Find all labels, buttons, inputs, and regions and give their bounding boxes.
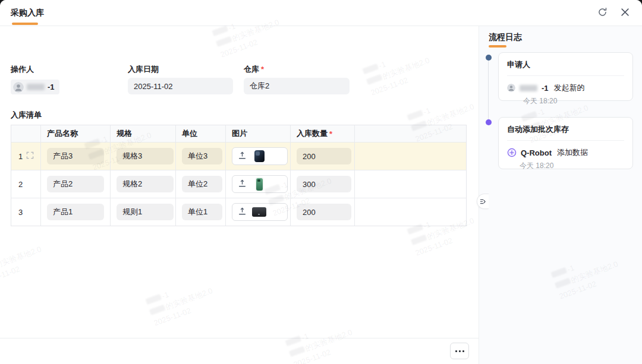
log-entry-auto-batch: 自动添加批次库存 Q-Robot 添加数据 今天 18:20 xyxy=(498,117,633,169)
page-title: 采购入库 xyxy=(11,8,44,18)
log-timestamp: 今天 18:20 xyxy=(523,96,624,106)
inbound-date-label: 入库日期 xyxy=(128,64,159,75)
close-button[interactable] xyxy=(618,7,631,20)
refresh-icon xyxy=(597,7,608,19)
inbound-items-table: 产品名称 规格 单位 图片 入库数量* 1 xyxy=(11,125,467,226)
unit-input[interactable]: 单位1 xyxy=(182,204,222,220)
table-row: 1 产品3 规格3 单位3 200 xyxy=(11,142,466,170)
inbound-date-input[interactable]: 2025-11-02 xyxy=(128,78,233,94)
form-main-area: 操作人 入库日期 仓库* -1 2025-11-02 仓库2 入库清单 xyxy=(0,26,479,364)
user-avatar-icon xyxy=(507,84,515,92)
operator-label: 操作人 xyxy=(11,64,34,75)
actor-name-suffix: -1 xyxy=(542,84,549,93)
collapse-panel-button[interactable] xyxy=(477,194,489,209)
inbound-list-title: 入库清单 xyxy=(11,110,42,121)
upload-icon xyxy=(238,151,247,162)
process-log-panel: 流程日志 申请人 -1 发起新的 今天 18:20 自动添加批次库存 xyxy=(479,26,642,364)
log-entry-applicant: 申请人 -1 发起新的 今天 18:20 xyxy=(498,52,633,101)
product-photo-thumbnail[interactable] xyxy=(252,205,266,219)
col-qty: 入库数量* xyxy=(291,125,355,142)
footer-divider xyxy=(0,338,479,338)
row-index: 2 xyxy=(18,180,23,189)
actor-name: Q-Robot xyxy=(521,148,552,157)
col-unit: 单位 xyxy=(176,125,226,142)
more-actions-button[interactable] xyxy=(450,343,469,359)
warehouse-label: 仓库* xyxy=(244,64,264,75)
product-name-input[interactable]: 产品2 xyxy=(47,176,104,192)
required-asterisk: * xyxy=(329,129,332,138)
log-action: 添加数据 xyxy=(557,147,588,158)
col-image: 图片 xyxy=(226,125,291,142)
timeline-dot xyxy=(486,119,492,125)
redacted-name xyxy=(27,84,45,90)
refresh-button[interactable] xyxy=(596,7,609,20)
log-timestamp: 今天 18:20 xyxy=(520,161,624,171)
log-action: 发起新的 xyxy=(554,83,585,93)
product-photo-thumbnail[interactable] xyxy=(252,150,266,163)
product-photo-thumbnail[interactable] xyxy=(252,178,266,191)
table-header-row: 产品名称 规格 单位 图片 入库数量* xyxy=(11,125,466,142)
spec-input[interactable]: 规格2 xyxy=(117,176,174,192)
row-index: 1 xyxy=(18,152,23,161)
redacted-name xyxy=(520,85,537,91)
purchase-inbound-window: 采购入库 操作人 入库日期 仓库* xyxy=(0,0,642,364)
timeline-line xyxy=(488,61,489,120)
operator-name-suffix: -1 xyxy=(48,83,55,91)
qty-input[interactable]: 200 xyxy=(297,148,351,164)
spec-input[interactable]: 规则1 xyxy=(117,204,174,220)
table-row: 3 产品1 规则1 单位1 200 xyxy=(11,198,466,226)
timeline-dot xyxy=(486,55,492,61)
drag-handle-icon[interactable] xyxy=(26,151,34,161)
log-entry-title: 申请人 xyxy=(507,59,624,76)
user-avatar-icon xyxy=(13,82,24,93)
col-product-name: 产品名称 xyxy=(41,125,111,142)
process-log-title: 流程日志 xyxy=(489,32,522,43)
row-index: 3 xyxy=(18,208,23,217)
topbar-actions xyxy=(596,7,631,20)
log-entry-title: 自动添加批次库存 xyxy=(507,124,624,141)
image-upload-button[interactable] xyxy=(232,147,288,165)
required-asterisk: * xyxy=(261,65,264,74)
qty-input[interactable]: 200 xyxy=(297,204,351,220)
upload-icon xyxy=(238,207,247,217)
product-name-input[interactable]: 产品1 xyxy=(47,204,104,220)
active-tab-indicator xyxy=(12,23,38,25)
plus-circle-icon xyxy=(507,148,517,157)
tab-purchase-inbound[interactable]: 采购入库 xyxy=(11,0,44,26)
collapse-panel-icon xyxy=(480,198,486,205)
operator-user-chip[interactable]: -1 xyxy=(11,80,59,94)
spec-input[interactable]: 规格3 xyxy=(117,148,174,164)
ellipsis-icon xyxy=(455,350,464,352)
unit-input[interactable]: 单位3 xyxy=(182,148,222,164)
image-upload-button[interactable] xyxy=(232,203,288,221)
col-spec: 规格 xyxy=(111,125,176,142)
unit-input[interactable]: 单位2 xyxy=(182,176,222,192)
close-icon xyxy=(621,8,630,18)
product-name-input[interactable]: 产品3 xyxy=(47,148,104,164)
image-upload-button[interactable] xyxy=(232,175,288,193)
log-title-underline xyxy=(489,45,506,48)
qty-input[interactable]: 300 xyxy=(297,176,351,192)
upload-icon xyxy=(238,179,247,189)
warehouse-select[interactable]: 仓库2 xyxy=(244,78,350,94)
topbar: 采购入库 xyxy=(0,0,642,26)
table-row: 2 产品2 规格2 单位2 300 xyxy=(11,170,466,198)
